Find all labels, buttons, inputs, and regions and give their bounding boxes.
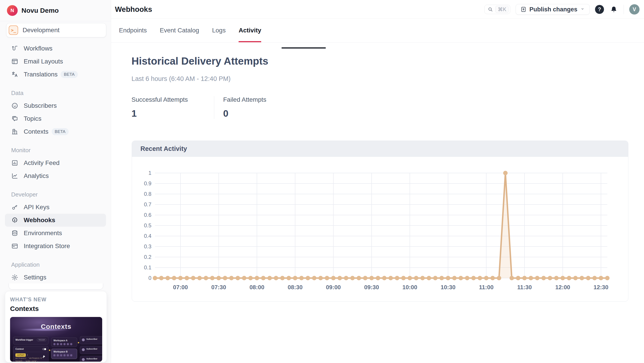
chevron-down-icon — [580, 6, 585, 12]
connector-dot — [49, 350, 50, 351]
sidebar-item-label: Subscribers — [24, 102, 57, 109]
sidebar-item-label: Settings — [24, 274, 46, 281]
subscriber-label: Subscriber — [86, 348, 98, 350]
chart-area: 00.10.20.30.40.50.60.70.80.9107:0007:300… — [132, 157, 628, 302]
sidebar-item-activity-feed[interactable]: Activity Feed — [5, 156, 106, 169]
org-name: Novu Demo — [22, 7, 59, 14]
app-root: N Novu Demo >_ Development WorkflowsEmai… — [0, 0, 644, 363]
sidebar-item-label: Translations — [24, 71, 58, 78]
settings-icon — [11, 274, 18, 281]
tab-logs[interactable]: Logs — [212, 19, 226, 42]
sidebar-item-label: Environments — [24, 230, 62, 237]
sidebar-nav: WorkflowsEmail LayoutsTranslationsBETADa… — [0, 42, 111, 284]
help-button[interactable]: ? — [595, 5, 604, 14]
svg-text:10:30: 10:30 — [440, 284, 456, 291]
toggle-icon — [42, 348, 46, 350]
svg-text:0.2: 0.2 — [144, 254, 152, 260]
sidebar-item-translations[interactable]: TranslationsBETA — [5, 68, 106, 81]
sidebar-item-label: Analytics — [24, 172, 49, 179]
tab-activity[interactable]: Activity — [238, 19, 261, 42]
sidebar-item-workflows[interactable]: Workflows — [5, 42, 106, 55]
sidebar-item-label: Activity Feed — [24, 159, 60, 167]
subscriber-avatar — [82, 339, 85, 341]
environments-icon — [11, 230, 18, 237]
sidebar-item-email-layouts[interactable]: Email Layouts — [5, 55, 106, 68]
svg-text:11:30: 11:30 — [517, 284, 532, 291]
sidebar-item-settings[interactable]: Settings — [5, 271, 106, 284]
code-line-2: tenant: 'acme-corp', — [16, 360, 38, 362]
user-avatar[interactable]: V — [629, 4, 640, 14]
publish-changes-button[interactable]: Publish changes — [516, 4, 590, 15]
context-label: Context — [16, 348, 24, 350]
sidebar-item-api-keys[interactable]: API Keys — [5, 201, 106, 214]
sidebar-item-topics[interactable]: Topics — [5, 112, 106, 125]
tab-event-catalog[interactable]: Event Catalog — [160, 19, 199, 42]
sidebar-item-contexts[interactable]: ContextsBETA — [5, 125, 106, 138]
contexts-icon — [11, 128, 18, 135]
sidebar-item-environments[interactable]: Environments — [5, 227, 106, 240]
terminal-icon: >_ — [9, 25, 18, 35]
stat-value: 0 — [223, 108, 266, 119]
activity-feed-icon — [11, 159, 18, 167]
topbar: Webhooks ⌘K Publish changes ? V — [111, 0, 644, 19]
stat-successful-attempts: Successful Attempts1 — [132, 96, 214, 119]
connector-dot — [78, 342, 79, 343]
avatar-dot-row — [52, 354, 77, 358]
svg-text:10:00: 10:00 — [402, 284, 417, 291]
stat-label: Failed Attempts — [223, 96, 266, 103]
svg-text:08:30: 08:30 — [288, 284, 303, 291]
search-icon — [488, 7, 493, 12]
whats-new-thumbnail[interactable]: Contexts Workflow trigger TRIGGER Contex… — [10, 317, 102, 362]
notifications-button[interactable] — [609, 5, 618, 14]
sidebar-item-integration-store[interactable]: Integration Store — [5, 240, 106, 253]
stats-row: Successful Attempts1Failed Attempts0 — [132, 96, 266, 119]
svg-text:0.1: 0.1 — [144, 264, 152, 271]
sidebar-item-subscribers[interactable]: Subscribers — [5, 99, 106, 112]
page-title: Historical Delivery Attempts — [132, 55, 268, 67]
workflows-icon — [11, 45, 18, 52]
context-mini-card: Context context { workspace: 'workspace-… — [13, 346, 48, 362]
stat-failed-attempts: Failed Attempts0 — [214, 96, 266, 119]
search-button[interactable]: ⌘K — [484, 5, 510, 14]
subscriber-card-1: Subscriber····· — [80, 336, 102, 344]
subscriber-avatar — [82, 348, 85, 351]
sidebar-item-webhooks[interactable]: Webhooks — [5, 214, 106, 227]
svg-text:11:00: 11:00 — [479, 284, 494, 291]
tab-endpoints[interactable]: Endpoints — [119, 19, 147, 42]
api-keys-icon — [11, 204, 18, 211]
sidebar-item-label: Integration Store — [24, 243, 70, 250]
org-row[interactable]: N Novu Demo — [0, 0, 111, 21]
bell-icon — [610, 5, 618, 13]
svg-text:0.5: 0.5 — [144, 222, 152, 228]
svg-text:0: 0 — [148, 275, 152, 281]
topbar-actions: ⌘K Publish changes ? V — [484, 0, 640, 19]
sidebar-item-analytics[interactable]: Analytics — [5, 169, 106, 182]
whats-new-card[interactable]: WHAT'S NEW Contexts Contexts Workflow tr… — [5, 291, 107, 363]
workspace-b-label: Workspace B — [54, 351, 68, 353]
search-shortcut: ⌘K — [495, 6, 509, 13]
svg-text:12:30: 12:30 — [594, 284, 608, 291]
stacked-card-edge — [8, 283, 103, 290]
svg-text:0.4: 0.4 — [144, 233, 152, 239]
page-heading: Webhooks — [115, 0, 152, 19]
nav-section-header-data: Data — [0, 87, 111, 99]
thumb-title: Contexts — [10, 323, 102, 330]
sidebar-item-label: API Keys — [24, 204, 50, 211]
publish-label: Publish changes — [529, 6, 577, 13]
svg-text:09:30: 09:30 — [364, 284, 379, 291]
sidebar-item-label: Webhooks — [24, 217, 55, 224]
progress-scrubber — [282, 47, 326, 48]
nav-section-header-monitor: Monitor — [0, 144, 111, 156]
environment-select[interactable]: >_ Development — [6, 23, 106, 37]
novu-logo: N — [7, 5, 18, 16]
avatar-dot-row — [52, 342, 77, 347]
workspace-a-card: Workspace A — [51, 338, 77, 347]
nav-section-header-application: Application — [0, 258, 111, 271]
nav-section-header-developer: Developer — [0, 188, 111, 201]
svg-text:08:00: 08:00 — [250, 284, 264, 291]
sidebar-item-label: Email Layouts — [24, 58, 63, 65]
recent-activity-card: Recent Activity 00.10.20.30.40.50.60.70.… — [132, 141, 628, 302]
svg-text:0.8: 0.8 — [144, 191, 152, 197]
code-token: context — [16, 354, 26, 357]
environment-label: Development — [22, 26, 60, 34]
